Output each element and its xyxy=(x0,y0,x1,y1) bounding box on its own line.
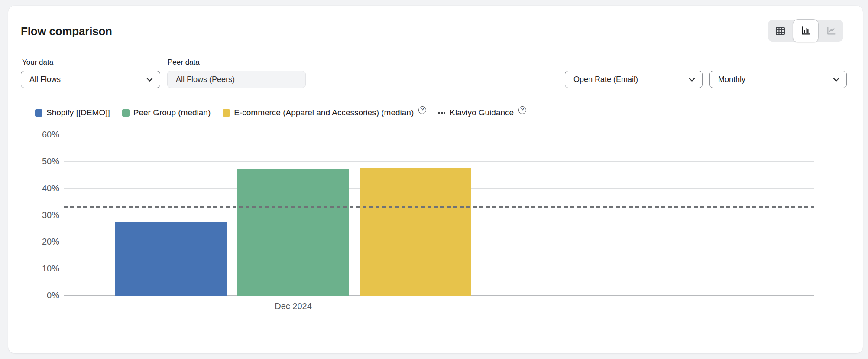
legend-item: E-commerce (Apparel and Accessories) (me… xyxy=(223,108,426,117)
help-icon[interactable]: ? xyxy=(518,106,526,114)
legend-color-swatch xyxy=(122,109,130,117)
gridline xyxy=(64,161,814,162)
view-toggle-group xyxy=(768,20,843,42)
page-title: Flow comparison xyxy=(21,25,112,38)
interval-select-value: Monthly xyxy=(718,75,745,84)
bar-chart-plot-area: 0%10%20%30%40%50%60%Dec 2024 xyxy=(64,135,814,296)
interval-select[interactable]: Monthly xyxy=(709,71,847,88)
table-view-button[interactable] xyxy=(768,20,793,42)
your-data-select[interactable]: All Flows xyxy=(21,71,160,88)
line-chart-view-icon xyxy=(825,25,837,37)
legend-item: Klaviyo Guidance? xyxy=(438,108,526,117)
legend-item: Shopify [[DEMO]] xyxy=(35,108,110,117)
legend: Shopify [[DEMO]]Peer Group (median)E-com… xyxy=(35,108,526,117)
bar-2 xyxy=(237,169,349,296)
y-axis-tick-label: 20% xyxy=(25,237,59,247)
metric-select-value: Open Rate (Email) xyxy=(573,75,638,84)
page: { "card": { "title": "Flow comparison" }… xyxy=(0,0,868,359)
chevron-down-icon xyxy=(688,75,696,84)
y-axis-tick-label: 10% xyxy=(25,264,59,274)
chevron-down-icon xyxy=(832,75,840,84)
y-axis-tick-label: 50% xyxy=(25,157,59,166)
line-chart-view-button[interactable] xyxy=(819,20,843,42)
peer-data-label: Peer data xyxy=(168,58,200,67)
flow-comparison-card: Flow comparison xyxy=(8,6,863,353)
help-icon[interactable]: ? xyxy=(418,106,426,114)
legend-label: E-commerce (Apparel and Accessories) (me… xyxy=(234,108,414,117)
legend-label: Klaviyo Guidance xyxy=(450,108,514,117)
legend-label: Shopify [[DEMO]] xyxy=(46,108,110,117)
chevron-down-icon xyxy=(146,75,154,84)
legend-dashed-line-marker xyxy=(438,112,446,114)
bar-3 xyxy=(360,168,471,296)
metric-select[interactable]: Open Rate (Email) xyxy=(565,71,703,88)
bar-chart-view-icon xyxy=(800,25,811,37)
peer-data-select-value: All Flows (Peers) xyxy=(176,75,235,84)
your-data-select-value: All Flows xyxy=(29,75,61,84)
legend-label: Peer Group (median) xyxy=(133,108,211,117)
legend-color-swatch xyxy=(35,109,42,117)
y-axis-tick-label: 60% xyxy=(25,130,59,140)
legend-color-swatch xyxy=(223,109,230,117)
gridline xyxy=(64,135,814,135)
your-data-label: Your data xyxy=(22,58,53,67)
klaviyo-guidance-line xyxy=(64,206,814,208)
y-axis-tick-label: 40% xyxy=(25,183,59,193)
y-axis-tick-label: 0% xyxy=(25,290,59,300)
table-view-icon xyxy=(774,25,786,37)
bar-chart-view-button[interactable] xyxy=(793,19,818,42)
y-axis-tick-label: 30% xyxy=(25,210,59,220)
legend-item: Peer Group (median) xyxy=(122,108,211,117)
x-axis-category-label: Dec 2024 xyxy=(250,301,337,311)
bar-1 xyxy=(115,222,227,296)
peer-data-select: All Flows (Peers) xyxy=(167,71,306,88)
